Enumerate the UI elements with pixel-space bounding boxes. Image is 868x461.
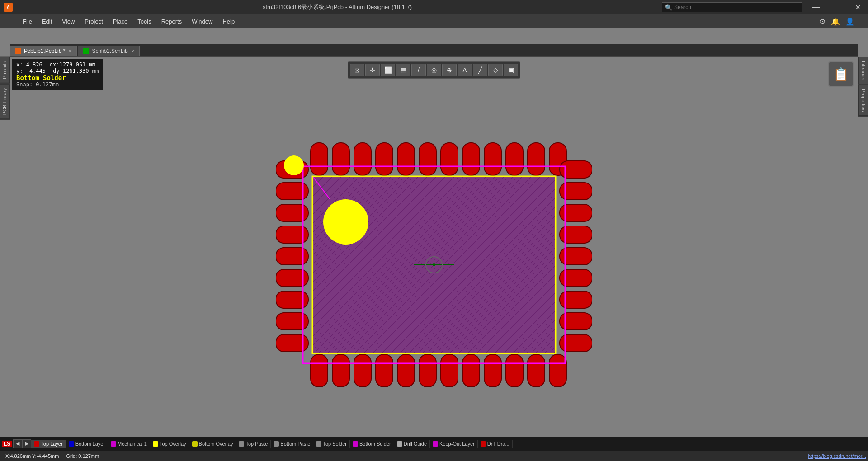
settings-icon[interactable]: ⚙: [819, 17, 826, 26]
layer-keepout[interactable]: Keep-Out Layer: [430, 440, 478, 448]
document-tabbar: PcbLib1.PcbLib * ✕ Schlib1.SchLib ✕: [10, 44, 858, 57]
square-tool-btn[interactable]: ▣: [504, 64, 518, 76]
text-tool-btn[interactable]: A: [458, 64, 472, 76]
close-button[interactable]: ✕: [847, 0, 868, 14]
statusbar: X:4.826mm Y:-4.445mm Grid: 0.127mm https…: [0, 450, 868, 461]
snap-info: Snap: 0.127mm: [16, 81, 99, 88]
menu-edit[interactable]: Edit: [38, 16, 57, 27]
titlebar-left: A: [0, 3, 13, 12]
layer-mechanical[interactable]: Mechanical 1: [108, 440, 150, 448]
top-pads: [311, 143, 566, 175]
svg-point-47: [323, 199, 368, 245]
svg-rect-2: [354, 143, 371, 175]
search-box[interactable]: 🔍: [662, 2, 802, 12]
svg-rect-17: [419, 354, 436, 387]
svg-rect-13: [332, 354, 349, 387]
svg-point-52: [433, 263, 435, 266]
search-icon: 🔍: [665, 4, 672, 11]
svg-rect-7: [462, 143, 480, 175]
trace-tool-btn[interactable]: /: [411, 64, 426, 76]
svg-rect-21: [506, 354, 523, 387]
tab-schlib[interactable]: Schlib1.SchLib ✕: [78, 46, 139, 56]
svg-rect-12: [311, 354, 328, 387]
bottom-pads: [311, 354, 566, 387]
layer-prev-btn[interactable]: ◀: [13, 439, 22, 448]
svg-rect-10: [528, 143, 545, 175]
menu-project[interactable]: Project: [80, 16, 107, 27]
dy-coord: dy:1261.330 mm: [53, 68, 99, 74]
titlebar: A stm32f103c8t6最小系统.PrjPcb - Altium Desi…: [0, 0, 868, 14]
svg-rect-15: [376, 354, 393, 387]
svg-rect-5: [419, 143, 436, 175]
svg-point-48: [284, 155, 304, 175]
tab-close-schlib[interactable]: ✕: [131, 48, 135, 54]
layer-bar: LS ◀ ▶ Top Layer Bottom Layer Mechanical…: [0, 437, 868, 450]
notification-icon[interactable]: 🔔: [831, 17, 840, 26]
layer-bottom-solder[interactable]: Bottom Solder: [350, 440, 394, 448]
layer-drill-guide[interactable]: Drill Guide: [394, 440, 430, 448]
x-coord: x: 4.826: [16, 61, 42, 68]
key-tool-btn[interactable]: ◇: [488, 64, 503, 76]
status-grid: Grid: 0.127mm: [62, 453, 103, 459]
layer-bottom-overlay[interactable]: Bottom Overlay: [189, 440, 236, 448]
select-tool-btn[interactable]: ⬜: [381, 64, 395, 76]
menu-file[interactable]: File: [18, 16, 37, 27]
pcblibrary-tab[interactable]: PCB Library: [0, 84, 10, 119]
canvas-area[interactable]: x: 4.826 dx:1279.051 mm y: -4.445 dy:126…: [10, 57, 858, 437]
svg-rect-8: [484, 143, 501, 175]
menu-tools[interactable]: Tools: [133, 16, 156, 27]
app-icon: A: [4, 3, 13, 12]
cross-tool-btn[interactable]: ✛: [365, 64, 380, 76]
svg-rect-22: [528, 354, 545, 387]
pcb-component: [276, 93, 592, 400]
tab-close-pcblib[interactable]: ✕: [68, 48, 72, 54]
layer-drill-drawing[interactable]: Drill Dra...: [478, 440, 513, 448]
maximize-button[interactable]: □: [826, 0, 847, 14]
menu-reports[interactable]: Reports: [157, 16, 187, 27]
pin-tool-btn[interactable]: ⊕: [442, 64, 457, 76]
minimize-button[interactable]: —: [806, 0, 826, 14]
dx-coord: dx:1279.051 mm: [50, 61, 95, 68]
svg-rect-14: [354, 354, 371, 387]
filter-tool-btn[interactable]: ⧖: [350, 64, 364, 76]
svg-rect-20: [484, 354, 501, 387]
menu-view[interactable]: View: [57, 16, 79, 27]
current-layer: Bottom Solder: [16, 74, 99, 81]
green-line-right: [790, 57, 790, 437]
green-line-left: [78, 57, 78, 437]
layer-bottom-paste[interactable]: Bottom Paste: [271, 440, 313, 448]
svg-rect-9: [506, 143, 523, 175]
menu-place[interactable]: Place: [108, 16, 132, 27]
histogram-tool-btn[interactable]: ▦: [396, 64, 410, 76]
floating-toolbar: ⧖ ✛ ⬜ ▦ / ◎ ⊕ A ╱ ◇ ▣: [348, 61, 520, 79]
user-icon[interactable]: 👤: [845, 17, 854, 26]
layer-bottom[interactable]: Bottom Layer: [66, 440, 108, 448]
coord-info: x: 4.826 dx:1279.051 mm y: -4.445 dy:126…: [12, 59, 103, 90]
tab-pcblib[interactable]: PcbLib1.PcbLib * ✕: [10, 46, 77, 56]
line-tool-btn[interactable]: ╱: [473, 64, 487, 76]
svg-rect-1: [332, 143, 349, 175]
projects-tab[interactable]: Projects: [0, 57, 10, 83]
y-coord: y: -4.445: [16, 68, 46, 74]
layer-top-solder[interactable]: Top Solder: [313, 440, 350, 448]
libraries-tab[interactable]: Libraries: [858, 57, 868, 84]
status-coords: X:4.826mm Y:-4.445mm: [2, 453, 62, 459]
svg-rect-4: [397, 143, 415, 175]
svg-rect-3: [376, 143, 393, 175]
search-input[interactable]: [674, 4, 799, 10]
layer-next-btn[interactable]: ▶: [22, 439, 31, 448]
svg-rect-19: [462, 354, 480, 387]
properties-tab[interactable]: Properties: [858, 85, 868, 116]
status-url[interactable]: https://blog.csdn.net/mor...: [808, 453, 866, 459]
via-tool-btn[interactable]: ◎: [427, 64, 441, 76]
menu-window[interactable]: Window: [187, 16, 217, 27]
clipboard-icon[interactable]: 📋: [828, 61, 854, 87]
layer-top-overlay[interactable]: Top Overlay: [150, 440, 189, 448]
titlebar-title: stm32f103c8t6最小系统.PrjPcb - Altium Design…: [13, 3, 662, 11]
layer-top-paste[interactable]: Top Paste: [236, 440, 271, 448]
right-panel-tabs: Libraries Properties: [858, 57, 868, 117]
menu-help[interactable]: Help: [218, 16, 239, 27]
svg-rect-16: [397, 354, 415, 387]
svg-rect-0: [311, 143, 328, 175]
layer-top[interactable]: Top Layer: [31, 440, 66, 448]
